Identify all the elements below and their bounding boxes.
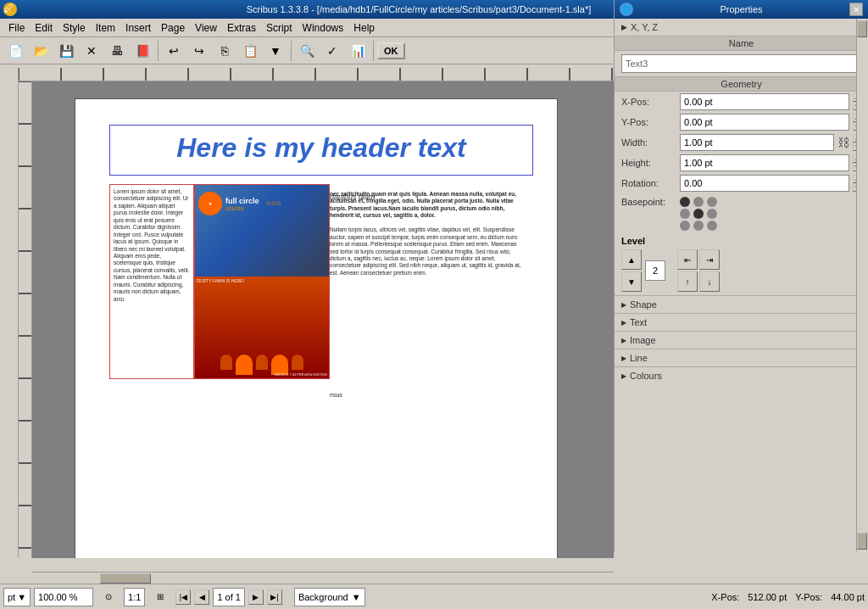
unit-arrow: ▼ [17,592,26,602]
rotation-input[interactable]: 0.00 [680,175,849,192]
preflight-button[interactable]: ✓ [320,39,344,63]
colours-section[interactable]: ▶ Colours [615,366,868,384]
zoom-dropdown[interactable]: 100.00 % [34,588,93,606]
line-prop-label: Line [630,353,648,363]
level-arrange-buttons: ⇤ ⇥ ↑ ↓ [677,249,720,292]
bp-midcenter[interactable] [693,209,704,219]
properties-close-button[interactable]: ✕ [849,3,863,16]
nav-last[interactable]: ▶| [267,589,282,605]
level-front-btn[interactable]: ⇤ [677,249,698,270]
image-header[interactable]: ▶ Image [615,332,868,349]
ypos-prop-input[interactable]: 0.00 pt [680,114,849,131]
xpos-label: X-Pos: [711,592,739,602]
image-placeholder: ● full circle ubuntu ⊙⊙⊙ FEISTY FEATURES… [195,185,329,378]
unit-dropdown[interactable]: pt ▼ [3,588,31,606]
ok-button[interactable]: OK [377,42,405,59]
xyz-section[interactable]: ▶ X, Y, Z [615,19,868,36]
menu-view[interactable]: View [190,20,222,36]
bp-topcenter[interactable] [693,197,704,207]
properties-title: Properties [633,4,849,14]
width-input[interactable]: 1.00 pt [680,134,834,151]
shape-header[interactable]: ▶ Shape [615,296,868,313]
level-down-btn[interactable]: ▼ [621,271,642,292]
redo-button[interactable]: ↪ [187,39,211,63]
text-section[interactable]: ▶ Text [615,313,868,331]
image-prop-label: Image [630,335,656,345]
zoom-eye-button[interactable]: ⊙ [97,585,120,609]
image-section[interactable]: ▶ Image [615,331,868,349]
fc-icons: ⊙⊙⊙ [266,200,281,207]
level-back-btn[interactable]: ⇥ [699,249,720,270]
menu-help[interactable]: Help [348,20,380,36]
more-button[interactable]: ▼ [264,39,287,63]
menu-extras[interactable]: Extras [222,20,261,36]
line-section[interactable]: ▶ Line [615,349,868,366]
shape-section[interactable]: ▶ Shape [615,295,868,313]
bp-midleft[interactable] [680,209,690,219]
close-doc-button[interactable]: ✕ [80,39,103,63]
h-scroll-thumb[interactable] [100,573,151,584]
text-header[interactable]: ▶ Text [615,314,868,331]
right-text-frame[interactable]: nec sollicitudin quam erat quis ligula. … [330,191,525,360]
pdf-button[interactable]: 📕 [131,39,154,63]
menu-style[interactable]: Style [58,20,91,36]
scroll-thumb-down[interactable] [857,533,867,550]
bp-botleft[interactable] [680,221,690,231]
ratio-label: 1:1 [128,592,141,602]
chain-icon: ⛓ [837,136,849,149]
height-label: Height: [621,158,676,168]
menu-item[interactable]: Item [91,20,120,36]
ypos-prop-value: 0.00 pt [684,117,713,127]
menu-windows[interactable]: Windows [298,20,349,36]
copy-button[interactable]: ⎘ [213,39,236,63]
name-input[interactable] [621,54,861,73]
xpos-row: X-Pos: 0.00 pt ▲ ▼ [615,92,868,112]
menu-page[interactable]: Page [156,20,190,36]
save-button[interactable]: 💾 [54,39,78,63]
menu-file[interactable]: File [3,20,30,36]
header-frame[interactable]: Here is my header text [109,125,533,176]
chart-button[interactable]: 📊 [346,39,370,63]
height-input[interactable]: 1.00 pt [680,154,849,171]
menu-edit[interactable]: Edit [30,20,58,36]
xpos-prop-input[interactable]: 0.00 pt [680,93,849,110]
menu-script[interactable]: Script [261,20,298,36]
undo-button[interactable]: ↩ [162,39,186,63]
ratio-dropdown[interactable]: 1:1 [124,588,145,606]
canvas-area[interactable]: Here is my header text dapibus diam Lore… [32,81,614,558]
paste-button[interactable]: 📋 [238,39,262,63]
new-button[interactable]: 📄 [3,39,27,63]
basepoint-row: Basepoint: [615,193,868,232]
menu-insert[interactable]: Insert [120,20,156,36]
print-button[interactable]: 🖶 [105,39,129,63]
bg-dropdown[interactable]: Background ▼ [294,588,365,606]
basepoint-label: Basepoint: [621,197,676,207]
nav-next[interactable]: ▶ [248,589,264,605]
level-up-btn[interactable]: ▲ [621,249,642,270]
text-arrow: ▶ [621,319,626,327]
rotation-value: 0.00 [684,178,702,188]
app-icon: 🖊 [3,3,17,16]
ratio-button[interactable]: ⊞ [148,585,172,609]
bp-midright[interactable] [707,209,717,219]
colours-label: Colours [630,371,662,381]
level-bwd-btn[interactable]: ↓ [699,271,720,292]
colours-header[interactable]: ▶ Colours [615,367,868,384]
bp-topright[interactable] [707,197,717,207]
left-text-frame[interactable]: Lorem ipsum dolor sit amet, consectetuer… [109,184,194,379]
line-header[interactable]: ▶ Line [615,349,868,366]
nav-first[interactable]: |◀ [175,589,191,605]
properties-scrollbar[interactable] [856,19,868,551]
open-button[interactable]: 📂 [29,39,53,63]
nav-prev[interactable]: ◀ [194,589,209,605]
horizontal-scrollbar[interactable] [32,572,614,584]
level-fwd-btn[interactable]: ↑ [677,271,698,292]
bp-botright[interactable] [707,221,717,231]
image-bottom-label: FEISTY FAWN IS HERE! [197,278,244,283]
zoom-in-button[interactable]: 🔍 [295,39,319,63]
image-frame[interactable]: ● full circle ubuntu ⊙⊙⊙ FEISTY FEATURES… [194,184,330,379]
bp-botcenter[interactable] [693,221,704,231]
scroll-thumb-up[interactable] [857,20,867,37]
risus-label: risus [330,392,342,398]
bp-topleft[interactable] [680,197,690,207]
